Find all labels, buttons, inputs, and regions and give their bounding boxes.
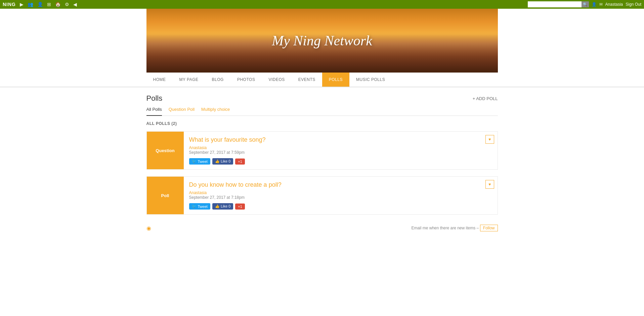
admin-bar-right: 🔍 👤 ✉ Anastasia Sign Out xyxy=(528,1,641,7)
poll-author-2[interactable]: Anastasia xyxy=(189,190,492,195)
banner-title: My Ning Network xyxy=(272,33,372,49)
tweet-button-1[interactable]: 🐦 Tweet xyxy=(189,158,210,165)
settings-icon[interactable]: ⚙ xyxy=(65,2,69,7)
collapse-icon[interactable]: ◀ xyxy=(73,2,77,7)
group-icon[interactable]: 👥 xyxy=(28,2,33,7)
poll-type-badge-1: Question xyxy=(147,132,184,169)
poll-date-1: September 27, 2017 at 7:59pm xyxy=(189,150,492,155)
poll-date-2: September 27, 2017 at 7:18pm xyxy=(189,195,492,200)
poll-content-1: What is your favourite song? Anastasia S… xyxy=(184,132,498,169)
like-button-1[interactable]: 👍 Like 0 xyxy=(212,158,233,165)
page-wrapper: My Ning Network HOME MY PAGE BLOG PHOTOS… xyxy=(0,9,644,238)
polls-footer: ◉ Email me when there are new items – Fo… xyxy=(146,221,498,231)
add-poll-button[interactable]: + ADD POLL xyxy=(473,96,498,101)
nav-blog[interactable]: BLOG xyxy=(205,73,230,87)
tab-question-poll[interactable]: Question Poll xyxy=(169,107,195,112)
poll-title-1[interactable]: What is your favourite song? xyxy=(189,136,492,143)
grid-icon[interactable]: ⊞ xyxy=(47,2,51,7)
follow-button[interactable]: Follow xyxy=(480,225,498,231)
poll-item-2: Poll Do you know how to create a poll? A… xyxy=(146,176,498,215)
search-bar: 🔍 xyxy=(528,1,589,7)
email-follow-text: Email me when there are new items – xyxy=(411,226,479,230)
profile-icon[interactable]: 👤 xyxy=(37,2,43,7)
home-icon[interactable]: 🏠 xyxy=(55,2,61,7)
ning-logo[interactable]: NING xyxy=(3,2,16,7)
nav-musicpolls[interactable]: MUSIC POLLS xyxy=(349,73,392,87)
tab-multiply-choice[interactable]: Multiply choice xyxy=(201,107,230,112)
gplus-button-2[interactable]: +1 xyxy=(235,204,245,210)
twitter-icon: 🐦 xyxy=(192,159,197,164)
poll-actions-2: 🐦 Tweet 👍 Like 0 +1 xyxy=(189,203,492,210)
page-title: Polls xyxy=(146,94,163,103)
thumbs-up-icon-2: 👍 xyxy=(215,204,220,208)
all-polls-label: ALL POLLS (2) xyxy=(146,121,498,126)
mail-icon[interactable]: ✉ xyxy=(599,2,603,7)
tweet-button-2[interactable]: 🐦 Tweet xyxy=(189,203,210,210)
email-follow-section: Email me when there are new items – Foll… xyxy=(411,225,498,231)
rss-icon[interactable]: ◉ xyxy=(146,225,151,231)
poll-content-2: Do you know how to create a poll? Anasta… xyxy=(184,177,498,214)
tab-all-polls[interactable]: All Polls xyxy=(146,107,162,116)
nav-bar-wrapper: HOME MY PAGE BLOG PHOTOS VIDEOS EVENTS P… xyxy=(0,73,644,87)
poll-author-1[interactable]: Anastasia xyxy=(189,145,492,150)
search-button[interactable]: 🔍 xyxy=(582,1,589,7)
admin-bar-left: NING ▶ 👥 👤 ⊞ 🏠 ⚙ ◀ xyxy=(3,2,528,7)
nav-videos[interactable]: VIDEOS xyxy=(262,73,291,87)
nav-photos[interactable]: PHOTOS xyxy=(230,73,262,87)
search-input[interactable] xyxy=(528,1,582,7)
poll-actions-1: 🐦 Tweet 👍 Like 0 +1 xyxy=(189,158,492,165)
polls-header: Polls + ADD POLL xyxy=(146,94,498,103)
poll-type-badge-2: Poll xyxy=(147,177,184,214)
username-label[interactable]: Anastasia xyxy=(605,2,623,7)
twitter-icon-2: 🐦 xyxy=(192,204,197,209)
filter-tabs: All Polls Question Poll Multiply choice xyxy=(146,107,498,116)
user-icon[interactable]: 👤 xyxy=(592,2,597,7)
nav-polls[interactable]: POLLS xyxy=(322,73,349,87)
gplus-button-1[interactable]: +1 xyxy=(235,159,245,165)
nav-home[interactable]: HOME xyxy=(146,73,173,87)
video-icon[interactable]: ▶ xyxy=(20,2,24,7)
admin-bar: NING ▶ 👥 👤 ⊞ 🏠 ⚙ ◀ 🔍 👤 ✉ Anastasia Sign … xyxy=(0,0,644,9)
poll-item-1: Question What is your favourite song? An… xyxy=(146,131,498,170)
nav-bar: HOME MY PAGE BLOG PHOTOS VIDEOS EVENTS P… xyxy=(146,73,498,87)
nav-events[interactable]: EVENTS xyxy=(292,73,322,87)
banner: My Ning Network xyxy=(146,9,498,73)
main-content: Polls + ADD POLL All Polls Question Poll… xyxy=(146,87,498,238)
nav-mypage[interactable]: MY PAGE xyxy=(173,73,205,87)
poll-follow-icon-2[interactable]: ♥ xyxy=(485,180,494,189)
like-button-2[interactable]: 👍 Like 0 xyxy=(212,203,233,210)
signout-button[interactable]: Sign Out xyxy=(626,2,641,7)
poll-title-2[interactable]: Do you know how to create a poll? xyxy=(189,181,492,188)
poll-follow-icon-1[interactable]: ♥ xyxy=(485,135,494,144)
thumbs-up-icon: 👍 xyxy=(215,159,220,163)
